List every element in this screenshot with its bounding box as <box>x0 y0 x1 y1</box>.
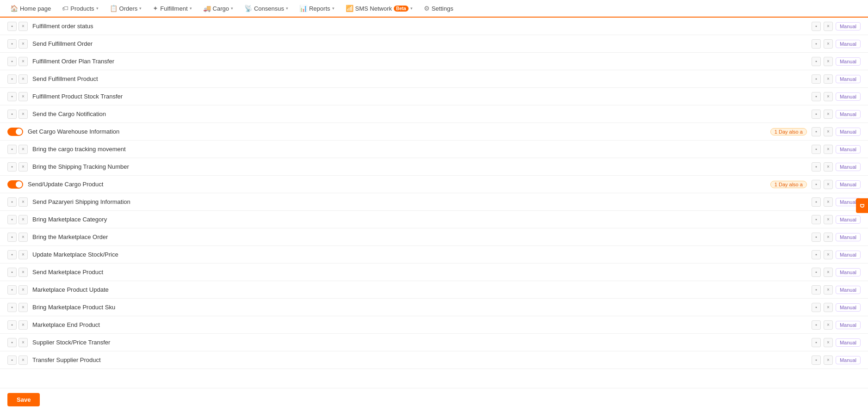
right-select-btn-14[interactable]: ▪ <box>812 250 821 259</box>
close-btn-15[interactable]: × <box>19 268 28 277</box>
right-select-btn-5[interactable]: ▪ <box>812 92 821 101</box>
right-close-btn-19[interactable]: × <box>824 338 833 347</box>
close-btn-17[interactable]: × <box>19 303 28 312</box>
close-btn-2[interactable]: × <box>19 39 28 49</box>
nav-item-cargo[interactable]: 🚚Cargo▾ <box>198 0 238 17</box>
select-btn-20[interactable]: ▪ <box>7 356 17 365</box>
close-btn-5[interactable]: × <box>19 92 28 101</box>
right-close-btn-20[interactable]: × <box>824 356 833 365</box>
right-select-btn-4[interactable]: ▪ <box>812 74 821 84</box>
nav-label-consensus: Consensus <box>254 5 284 12</box>
close-btn-16[interactable]: × <box>19 285 28 294</box>
select-btn-18[interactable]: ▪ <box>7 320 17 330</box>
right-select-btn-18[interactable]: ▪ <box>812 320 821 330</box>
nav-label-cargo: Cargo <box>213 5 229 12</box>
right-close-btn-13[interactable]: × <box>824 233 833 242</box>
right-select-btn-13[interactable]: ▪ <box>812 233 821 242</box>
select-btn-2[interactable]: ▪ <box>7 39 17 49</box>
right-select-btn-2[interactable]: ▪ <box>812 39 821 49</box>
task-name-10: Send/Update Cargo Product <box>28 181 766 188</box>
right-select-btn-8[interactable]: ▪ <box>812 145 821 154</box>
right-select-btn-20[interactable]: ▪ <box>812 356 821 365</box>
right-controls-15: ▪×Manual <box>812 268 861 277</box>
right-select-btn-9[interactable]: ▪ <box>812 162 821 172</box>
select-btn-4[interactable]: ▪ <box>7 74 17 84</box>
select-btn-14[interactable]: ▪ <box>7 250 17 259</box>
close-btn-3[interactable]: × <box>19 57 28 66</box>
toggle-7[interactable] <box>7 128 23 136</box>
nav-item-reports[interactable]: 📊Reports▾ <box>295 0 339 17</box>
nav-label-settings: Settings <box>432 5 453 12</box>
right-select-btn-1[interactable]: ▪ <box>812 22 821 31</box>
task-name-3: Fulfillment Order Plan Transfer <box>32 58 807 65</box>
nav-item-fulfillment[interactable]: ✦Fulfillment▾ <box>148 0 196 17</box>
select-btn-17[interactable]: ▪ <box>7 303 17 312</box>
close-btn-1[interactable]: × <box>19 22 28 31</box>
close-btn-8[interactable]: × <box>19 145 28 154</box>
right-select-btn-19[interactable]: ▪ <box>812 338 821 347</box>
right-select-btn-17[interactable]: ▪ <box>812 303 821 312</box>
close-btn-19[interactable]: × <box>19 338 28 347</box>
close-btn-13[interactable]: × <box>19 233 28 242</box>
right-controls-6: ▪×Manual <box>812 110 861 119</box>
nav-item-sms-network[interactable]: 📶SMS NetworkBeta▾ <box>341 0 417 17</box>
right-close-btn-9[interactable]: × <box>824 162 833 172</box>
select-btn-16[interactable]: ▪ <box>7 285 17 294</box>
right-close-btn-16[interactable]: × <box>824 285 833 294</box>
select-btn-11[interactable]: ▪ <box>7 197 17 207</box>
right-close-btn-18[interactable]: × <box>824 320 833 330</box>
right-close-btn-5[interactable]: × <box>824 92 833 101</box>
close-btn-20[interactable]: × <box>19 356 28 365</box>
toggle-10[interactable] <box>7 180 23 189</box>
nav-item-homepage[interactable]: 🏠Home page <box>6 0 56 17</box>
right-select-btn-10[interactable]: ▪ <box>812 180 821 189</box>
nav-item-products[interactable]: 🏷Products▾ <box>57 0 103 17</box>
right-close-btn-8[interactable]: × <box>824 145 833 154</box>
right-close-btn-1[interactable]: × <box>824 22 833 31</box>
right-select-btn-6[interactable]: ▪ <box>812 110 821 119</box>
right-select-btn-7[interactable]: ▪ <box>812 127 821 136</box>
select-btn-19[interactable]: ▪ <box>7 338 17 347</box>
right-close-btn-12[interactable]: × <box>824 215 833 224</box>
table-row: ▪×Update Marketplace Stock/Price▪×Manual <box>0 246 868 264</box>
close-btn-18[interactable]: × <box>19 320 28 330</box>
select-btn-13[interactable]: ▪ <box>7 233 17 242</box>
right-controls-2: ▪×Manual <box>812 39 861 49</box>
right-close-btn-15[interactable]: × <box>824 268 833 277</box>
nav-item-orders[interactable]: 📋Orders▾ <box>105 0 147 17</box>
close-btn-6[interactable]: × <box>19 110 28 119</box>
select-btn-5[interactable]: ▪ <box>7 92 17 101</box>
right-close-btn-17[interactable]: × <box>824 303 833 312</box>
right-select-btn-15[interactable]: ▪ <box>812 268 821 277</box>
select-btn-9[interactable]: ▪ <box>7 162 17 172</box>
right-close-btn-2[interactable]: × <box>824 39 833 49</box>
right-close-btn-11[interactable]: × <box>824 197 833 207</box>
right-close-btn-10[interactable]: × <box>824 180 833 189</box>
close-btn-4[interactable]: × <box>19 74 28 84</box>
right-close-btn-6[interactable]: × <box>824 110 833 119</box>
select-btn-3[interactable]: ▪ <box>7 57 17 66</box>
nav-item-consensus[interactable]: 📡Consensus▾ <box>240 0 293 17</box>
close-btn-11[interactable]: × <box>19 197 28 207</box>
select-btn-6[interactable]: ▪ <box>7 110 17 119</box>
close-btn-9[interactable]: × <box>19 162 28 172</box>
task-controls-2: ▪× <box>7 39 28 49</box>
right-close-btn-4[interactable]: × <box>824 74 833 84</box>
nav-item-settings[interactable]: ⚙Settings <box>419 0 458 17</box>
select-btn-1[interactable]: ▪ <box>7 22 17 31</box>
select-btn-15[interactable]: ▪ <box>7 268 17 277</box>
table-row: ▪×Bring Marketplace Category▪×Manual <box>0 211 868 228</box>
cargo-icon: 🚚 <box>203 5 211 12</box>
right-close-btn-3[interactable]: × <box>824 57 833 66</box>
select-btn-12[interactable]: ▪ <box>7 215 17 224</box>
select-btn-8[interactable]: ▪ <box>7 145 17 154</box>
side-tab[interactable]: D <box>856 198 868 213</box>
right-select-btn-16[interactable]: ▪ <box>812 285 821 294</box>
right-select-btn-3[interactable]: ▪ <box>812 57 821 66</box>
right-select-btn-12[interactable]: ▪ <box>812 215 821 224</box>
right-close-btn-14[interactable]: × <box>824 250 833 259</box>
close-btn-12[interactable]: × <box>19 215 28 224</box>
right-select-btn-11[interactable]: ▪ <box>812 197 821 207</box>
right-close-btn-7[interactable]: × <box>824 127 833 136</box>
close-btn-14[interactable]: × <box>19 250 28 259</box>
